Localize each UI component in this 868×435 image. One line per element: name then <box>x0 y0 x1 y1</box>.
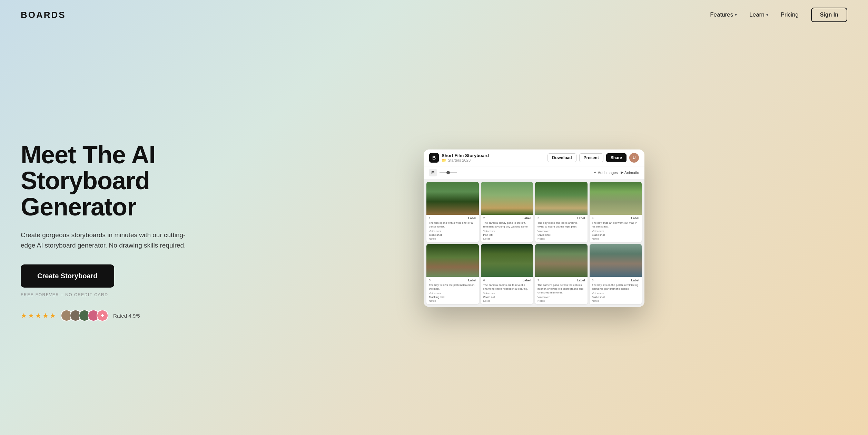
app-window: B Short Film Storyboard 📁 Starters 2023 … <box>424 149 644 307</box>
storyboard-card-1[interactable]: 1 Label The film opens with a wide shot … <box>426 182 479 242</box>
storyboard-card-5[interactable]: 5 Label The boy follows the path indicat… <box>426 244 479 304</box>
app-toolbar-left: B Short Film Storyboard 📁 Starters 2023 <box>429 153 489 163</box>
create-storyboard-button[interactable]: Create Storyboard <box>21 264 114 288</box>
nav-links: Features ▾ Learn ▾ Pricing Sign In <box>710 8 847 22</box>
app-sub-toolbar: ⊞ ✦ Add images ▶ Animatic <box>424 166 644 179</box>
free-label: FREE FOREVER – NO CREDIT CARD <box>21 292 200 297</box>
user-avatar: U <box>629 153 639 163</box>
learn-chevron-icon: ▾ <box>766 12 768 17</box>
star-rating: ★ ★ ★ ★ ★ <box>21 311 56 320</box>
card-meta-4: 4 Label The boy finds an old worn-out ma… <box>590 215 642 242</box>
hero-subtitle: Create gorgeous storyboards in minutes w… <box>21 230 186 251</box>
toolbar-buttons: Download Present Share U <box>548 153 639 163</box>
star-2: ★ <box>28 311 34 320</box>
hero-section: Meet The AI Storyboard Generator Create … <box>0 30 868 434</box>
storyboard-card-4[interactable]: 4 Label The boy finds an old worn-out ma… <box>590 182 642 242</box>
rating-text: Rated 4.9/5 <box>113 313 140 319</box>
animatic-button[interactable]: ▶ Animatic <box>621 170 639 175</box>
storyboard-card-2[interactable]: 2 Label The camera slowly pans to the le… <box>481 182 533 242</box>
storyboard-card-6[interactable]: 6 Label The camera zooms out to reveal a… <box>481 244 533 304</box>
card-image-8 <box>590 244 642 277</box>
scene-1 <box>426 182 479 215</box>
sub-toolbar-right: ✦ Add images ▶ Animatic <box>593 170 639 175</box>
zoom-slider[interactable] <box>440 172 457 173</box>
card-meta-6: 6 Label The camera zooms out to reveal a… <box>481 277 533 304</box>
scene-5 <box>426 244 479 277</box>
storyboard-card-7[interactable]: 7 Label The camera pans across the cabin… <box>535 244 588 304</box>
scene-6 <box>481 244 533 277</box>
star-5: ★ <box>50 311 56 320</box>
present-button[interactable]: Present <box>579 153 603 162</box>
hero-right: B Short Film Storyboard 📁 Starters 2023 … <box>221 149 847 307</box>
card-meta-5: 5 Label The boy follows the path indicat… <box>426 277 479 304</box>
sparkle-icon: ✦ <box>593 170 596 175</box>
storyboard-card-8[interactable]: 8 Label The boy sits on the porch, remin… <box>590 244 642 304</box>
scene-2 <box>481 182 533 215</box>
card-meta-7: 7 Label The camera pans across the cabin… <box>535 277 588 304</box>
star-3: ★ <box>35 311 41 320</box>
project-icon: B <box>429 153 439 163</box>
storyboard-card-3[interactable]: 3 Label The boy stops and looks around, … <box>535 182 588 242</box>
star-4: ★ <box>42 311 49 320</box>
project-sub: 📁 Starters 2023 <box>442 158 489 163</box>
star-1: ★ <box>21 311 27 320</box>
scene-3 <box>535 182 588 215</box>
project-name: Short Film Storyboard <box>442 153 489 158</box>
card-image-6 <box>481 244 533 277</box>
hero-title: Meet The AI Storyboard Generator <box>21 142 200 220</box>
card-image-3 <box>535 182 588 215</box>
learn-nav-link[interactable]: Learn ▾ <box>749 11 768 18</box>
project-info: Short Film Storyboard 📁 Starters 2023 <box>442 153 489 163</box>
card-image-2 <box>481 182 533 215</box>
grid-icon[interactable]: ⊞ <box>429 169 437 176</box>
sub-toolbar-left: ⊞ <box>429 169 457 176</box>
card-image-4 <box>590 182 642 215</box>
features-chevron-icon: ▾ <box>735 12 737 17</box>
share-button[interactable]: Share <box>606 153 627 162</box>
card-meta-1: 1 Label The film opens with a wide shot … <box>426 215 479 242</box>
logo: BOARDS <box>21 10 66 20</box>
app-toolbar: B Short Film Storyboard 📁 Starters 2023 … <box>424 149 644 166</box>
scene-4 <box>590 182 642 215</box>
features-nav-link[interactable]: Features ▾ <box>710 11 737 18</box>
user-avatars: + <box>61 310 108 321</box>
zoom-thumb <box>446 171 450 174</box>
scene-8 <box>590 244 642 277</box>
card-meta-2: 2 Label The camera slowly pans to the le… <box>481 215 533 242</box>
folder-icon: 📁 <box>442 158 446 163</box>
rating-row: ★ ★ ★ ★ ★ + Rated 4.9/5 <box>21 310 200 321</box>
pricing-nav-link[interactable]: Pricing <box>781 11 799 18</box>
scene-7 <box>535 244 588 277</box>
card-meta-3: 3 Label The boy stops and looks around, … <box>535 215 588 242</box>
sign-in-button[interactable]: Sign In <box>811 8 847 22</box>
card-meta-8: 8 Label The boy sits on the porch, remin… <box>590 277 642 304</box>
add-images-button[interactable]: ✦ Add images <box>593 170 618 175</box>
card-image-5 <box>426 244 479 277</box>
zoom-control <box>440 172 457 173</box>
play-icon: ▶ <box>621 170 623 175</box>
card-image-1 <box>426 182 479 215</box>
card-image-7 <box>535 244 588 277</box>
download-button[interactable]: Download <box>548 153 576 162</box>
storyboard-grid: 1 Label The film opens with a wide shot … <box>424 179 644 307</box>
navbar: BOARDS Features ▾ Learn ▾ Pricing Sign I… <box>0 0 868 30</box>
hero-left: Meet The AI Storyboard Generator Create … <box>21 135 200 322</box>
avatar-more: + <box>97 310 108 321</box>
